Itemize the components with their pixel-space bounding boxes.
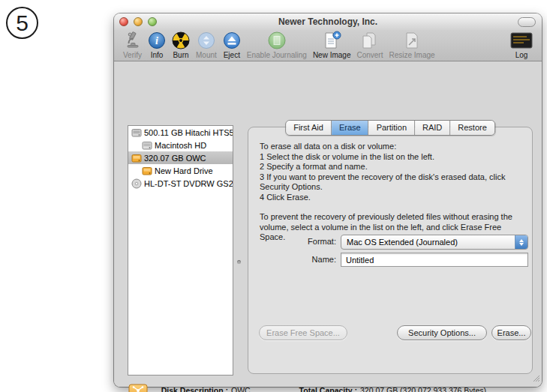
toolbar: Verify i Info Burn Mount bbox=[114, 30, 542, 61]
tab-partition[interactable]: Partition bbox=[369, 121, 415, 135]
eject-icon bbox=[223, 31, 241, 50]
toolbar-convert-button: Convert bbox=[356, 31, 383, 59]
info-value: 320.07 GB (320,072,933,376 Bytes) bbox=[360, 385, 486, 392]
toolbar-verify-label: Verify bbox=[123, 51, 142, 59]
toolbar-enable-journaling-label: Enable Journaling bbox=[247, 51, 307, 59]
erase-step-1: 1 Select the disk or volume in the list … bbox=[260, 152, 526, 163]
info-panel: ? Disk Description : OWC Connection Bus … bbox=[114, 376, 542, 392]
erase-instructions: To erase all data on a disk or volume: 1… bbox=[260, 142, 526, 243]
convert-icon bbox=[360, 31, 380, 50]
tab-bar: First Aid Erase Partition RAID Restore bbox=[285, 120, 495, 136]
popup-stepper-icon bbox=[515, 235, 527, 249]
toolbar-eject-label: Eject bbox=[224, 51, 240, 59]
device-row-label: Macintosh HD bbox=[155, 141, 206, 150]
enable-journaling-icon bbox=[267, 31, 287, 50]
page: 5 Newer Technology, Inc. Verify i Info bbox=[0, 0, 547, 392]
format-label: Format: bbox=[248, 237, 336, 246]
figure-number-badge: 5 bbox=[6, 7, 38, 39]
titlebar[interactable]: Newer Technology, Inc. bbox=[114, 13, 542, 30]
toolbar-new-image-label: New Image bbox=[313, 51, 351, 59]
toolbar-resize-image-label: Resize Image bbox=[389, 51, 434, 59]
format-popup-value: Mac OS Extended (Journaled) bbox=[347, 238, 458, 247]
toolbar-burn-label: Burn bbox=[173, 51, 188, 59]
device-row-owc[interactable]: 320.07 GB OWC bbox=[128, 151, 233, 164]
info-label: Disk Description : bbox=[147, 385, 228, 392]
resize-grip[interactable] bbox=[531, 372, 540, 385]
device-row-hitachi[interactable]: 500.11 GB Hitachi HTS54... bbox=[128, 126, 233, 139]
internal-volume-icon bbox=[141, 140, 152, 151]
info-label: Total Capacity : bbox=[242, 385, 357, 392]
splitter-handle[interactable] bbox=[237, 260, 241, 264]
microscope-icon bbox=[124, 31, 142, 50]
disk-info-right: Total Capacity : 320.07 GB (320,072,933,… bbox=[242, 385, 486, 392]
toolbar-mount-button: Mount bbox=[196, 31, 217, 59]
device-row-label: HL-DT-ST DVDRW GS21N bbox=[144, 179, 233, 188]
toolbar-info-label: Info bbox=[151, 51, 164, 59]
erase-panel: First Aid Erase Partition RAID Restore T… bbox=[248, 127, 533, 374]
toolbar-log-label: Log bbox=[515, 51, 528, 59]
toolbar-enable-journaling-button: Enable Journaling bbox=[247, 31, 307, 59]
erase-step-2: 2 Specify a format and name. bbox=[260, 162, 526, 172]
toolbar-log-button[interactable]: Log bbox=[510, 31, 533, 59]
window-title: Newer Technology, Inc. bbox=[114, 16, 542, 27]
device-row-dvdrw[interactable]: HL-DT-ST DVDRW GS21N bbox=[128, 177, 233, 190]
toolbar-verify-button: Verify bbox=[123, 31, 142, 59]
device-list: 500.11 GB Hitachi HTS54... Macintosh HD … bbox=[128, 125, 233, 376]
erase-intro: To erase all data on a disk or volume: bbox=[260, 142, 526, 152]
toolbar-toggle-button[interactable] bbox=[518, 17, 536, 27]
format-popup[interactable]: Mac OS Extended (Journaled) bbox=[341, 235, 528, 250]
log-icon bbox=[510, 31, 533, 50]
internal-disk-icon bbox=[131, 127, 142, 138]
device-row-label: 500.11 GB Hitachi HTS54... bbox=[144, 128, 233, 137]
content-area: 500.11 GB Hitachi HTS54... Macintosh HD … bbox=[114, 61, 542, 387]
toolbar-new-image-button[interactable]: New Image bbox=[313, 31, 351, 59]
external-volume-icon bbox=[141, 166, 152, 176]
toolbar-info-button[interactable]: i Info bbox=[148, 31, 166, 59]
mount-icon bbox=[197, 31, 215, 50]
device-row-label: New Hard Drive bbox=[155, 166, 213, 175]
external-disk-icon bbox=[131, 153, 142, 163]
toolbar-eject-button[interactable]: Eject bbox=[223, 31, 241, 59]
svg-text:i: i bbox=[155, 35, 158, 46]
info-row: Total Capacity : 320.07 GB (320,072,933,… bbox=[242, 385, 486, 392]
resize-image-icon bbox=[402, 31, 422, 50]
toolbar-resize-image-button: Resize Image bbox=[389, 31, 434, 59]
burn-icon bbox=[172, 31, 190, 50]
device-row-macintosh-hd[interactable]: Macintosh HD bbox=[128, 139, 233, 151]
new-image-icon bbox=[322, 31, 341, 50]
erase-button[interactable]: Erase... bbox=[491, 325, 531, 340]
tab-restore[interactable]: Restore bbox=[450, 121, 494, 135]
toolbar-burn-button[interactable]: Burn bbox=[172, 31, 190, 59]
optical-drive-icon bbox=[131, 178, 142, 189]
erase-step-3: 3 If you want to prevent the recovery of… bbox=[260, 172, 526, 193]
disk-utility-window: Newer Technology, Inc. Verify i Info bbox=[114, 13, 542, 387]
erase-step-4: 4 Click Erase. bbox=[260, 193, 526, 203]
toolbar-mount-label: Mount bbox=[196, 51, 217, 59]
tab-erase[interactable]: Erase bbox=[332, 121, 369, 135]
firewire-drive-icon bbox=[128, 383, 149, 392]
name-label: Name: bbox=[248, 255, 336, 264]
tab-first-aid[interactable]: First Aid bbox=[286, 121, 332, 135]
info-icon: i bbox=[148, 31, 166, 50]
tab-raid[interactable]: RAID bbox=[415, 121, 450, 135]
name-input[interactable] bbox=[341, 253, 528, 267]
device-row-label: 320.07 GB OWC bbox=[144, 154, 206, 163]
device-row-new-hard-drive[interactable]: New Hard Drive bbox=[128, 164, 233, 177]
erase-free-space-button: Erase Free Space... bbox=[259, 325, 347, 340]
security-options-button[interactable]: Security Options... bbox=[397, 325, 487, 340]
toolbar-convert-label: Convert bbox=[356, 51, 383, 59]
